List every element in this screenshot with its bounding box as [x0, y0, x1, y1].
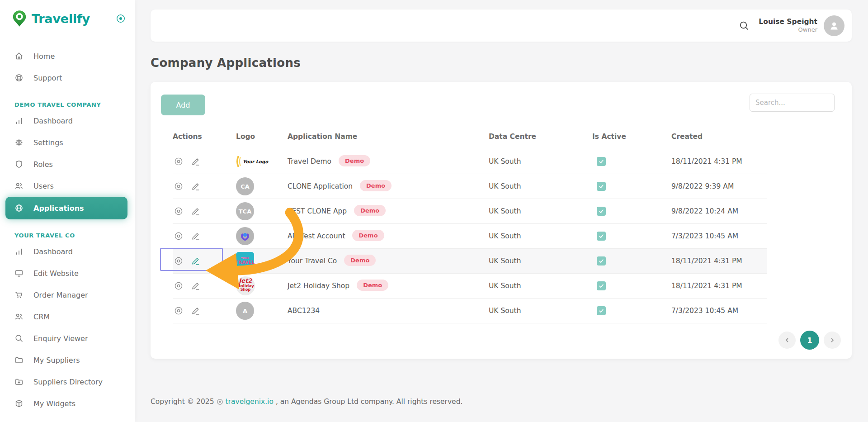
- sidebar-item-dashboard[interactable]: Dashboard: [0, 110, 135, 132]
- is-active-checkbox[interactable]: [597, 232, 606, 241]
- pencil-icon: [191, 181, 201, 191]
- edit-button[interactable]: [191, 256, 201, 266]
- eye-icon: [174, 256, 184, 266]
- life-ring-icon: [14, 73, 24, 82]
- sidebar-item-label: My Widgets: [33, 399, 75, 408]
- edit-button[interactable]: [191, 231, 201, 241]
- created-value: 9/8/2022 9:39 AM: [671, 182, 767, 190]
- chevron-right-icon: [830, 337, 835, 343]
- sidebar-item-label: Enquiry Viewer: [33, 334, 88, 343]
- demo-badge: Demo: [344, 255, 376, 266]
- pagination-page-1[interactable]: 1: [800, 331, 819, 350]
- application-name: Travel Demo: [288, 157, 331, 166]
- cart-icon: [14, 290, 24, 299]
- data-centre-value: UK South: [489, 207, 592, 215]
- monitor-icon: [14, 269, 24, 278]
- sidebar-item-edit-website[interactable]: Edit Website: [0, 262, 135, 284]
- pencil-icon: [191, 231, 201, 241]
- sidebar-item-my-suppliers[interactable]: My Suppliers: [0, 349, 135, 371]
- data-centre-value: UK South: [489, 307, 592, 315]
- app-logo: YOUR TRAVEL: [236, 252, 254, 270]
- sidebar-item-label: Order Manager: [33, 291, 88, 299]
- data-centre-value: UK South: [489, 232, 592, 240]
- table-row: A ABC1234 UK South 7/3/2023 10:45 AM: [173, 299, 767, 323]
- edit-button[interactable]: [191, 206, 201, 216]
- sidebar-item-my-widgets[interactable]: My Widgets: [0, 393, 135, 414]
- sidebar-item-applications[interactable]: Applications: [5, 197, 127, 219]
- created-value: 18/11/2021 4:31 PM: [671, 157, 767, 166]
- brand[interactable]: Travelify: [0, 0, 135, 27]
- data-centre-value: UK South: [489, 282, 592, 290]
- sidebar-item-label: Settings: [33, 138, 63, 147]
- sidebar-item-roles[interactable]: Roles: [0, 153, 135, 175]
- sidebar-item-settings[interactable]: Settings: [0, 132, 135, 153]
- view-button[interactable]: [174, 206, 184, 216]
- is-active-checkbox[interactable]: [597, 207, 606, 216]
- is-active-checkbox[interactable]: [597, 182, 606, 191]
- created-value: 18/11/2021 4:31 PM: [671, 282, 767, 290]
- view-button[interactable]: [174, 306, 184, 316]
- eye-icon: [174, 281, 184, 291]
- view-button[interactable]: [174, 281, 184, 291]
- bar-chart-icon: [14, 247, 24, 256]
- check-icon: [598, 308, 604, 314]
- folder-icon: [14, 356, 24, 365]
- sidebar-item-crm[interactable]: CRM: [0, 306, 135, 327]
- sidebar-item-order-manager[interactable]: Order Manager: [0, 284, 135, 306]
- brand-name: Travelify: [32, 12, 90, 26]
- created-value: 7/3/2023 10:45 AM: [671, 232, 767, 240]
- sidebar-item-users[interactable]: Users: [0, 175, 135, 197]
- is-active-checkbox[interactable]: [597, 281, 606, 290]
- header-search-button[interactable]: [739, 20, 750, 31]
- app-logo: [236, 227, 254, 245]
- view-button[interactable]: [174, 156, 184, 166]
- eye-icon: [174, 306, 184, 316]
- sidebar-collapse-icon[interactable]: [116, 14, 126, 24]
- search-icon: [14, 334, 24, 343]
- eye-icon: [174, 231, 184, 241]
- add-button[interactable]: Add: [161, 95, 205, 115]
- app-logo: Jet2 Holiday Shop: [236, 276, 255, 295]
- app-logo: Your Logo: [236, 156, 268, 167]
- demo-badge: Demo: [339, 155, 370, 166]
- cube-icon: [14, 399, 24, 408]
- demo-badge: Demo: [357, 280, 388, 291]
- user-avatar[interactable]: [824, 15, 844, 36]
- view-button[interactable]: [174, 181, 184, 191]
- sidebar-item-support[interactable]: Support: [0, 67, 135, 89]
- home-icon: [14, 52, 24, 61]
- column-header-actions: Actions: [173, 133, 236, 141]
- folder-plus-icon: [14, 377, 24, 386]
- data-centre-value: UK South: [489, 257, 592, 265]
- is-active-checkbox[interactable]: [597, 256, 606, 266]
- main-content: Louise Speight Owner Company Application…: [135, 0, 868, 422]
- travelgenix-link[interactable]: travelgenix.io: [226, 398, 274, 406]
- travelgenix-logo-icon: [217, 398, 223, 405]
- application-name: Jet2 Holiday Shop: [288, 282, 349, 290]
- pagination-prev-button[interactable]: [778, 332, 796, 349]
- sidebar-item-enquiry-viewer[interactable]: Enquiry Viewer: [0, 327, 135, 349]
- is-active-checkbox[interactable]: [597, 157, 606, 166]
- column-header-data-centre: Data Centre: [489, 133, 592, 141]
- copyright-suffix: , an Agendas Group Ltd company. All righ…: [276, 398, 463, 406]
- edit-button[interactable]: [191, 306, 201, 316]
- pencil-icon: [191, 281, 201, 291]
- sidebar-item-suppliers-directory[interactable]: Suppliers Directory: [0, 371, 135, 393]
- shield-icon: [14, 160, 24, 169]
- edit-button[interactable]: [191, 156, 201, 166]
- sidebar-item-dashboard-2[interactable]: Dashboard: [0, 241, 135, 262]
- table-search-input[interactable]: [750, 94, 835, 112]
- chevron-left-icon: [784, 337, 790, 343]
- app-logo-initials: CA: [236, 177, 254, 195]
- view-button[interactable]: [174, 231, 184, 241]
- pencil-icon: [191, 306, 201, 316]
- pagination-next-button[interactable]: [824, 332, 841, 349]
- sidebar-item-home[interactable]: Home: [0, 45, 135, 67]
- edit-button[interactable]: [191, 281, 201, 291]
- sidebar-item-label: Dashboard: [33, 247, 73, 256]
- view-button[interactable]: [174, 256, 184, 266]
- is-active-checkbox[interactable]: [597, 306, 606, 315]
- applications-table: Actions Logo Application Name Data Centr…: [173, 124, 767, 323]
- edit-button[interactable]: [191, 181, 201, 191]
- user-role: Owner: [759, 26, 817, 33]
